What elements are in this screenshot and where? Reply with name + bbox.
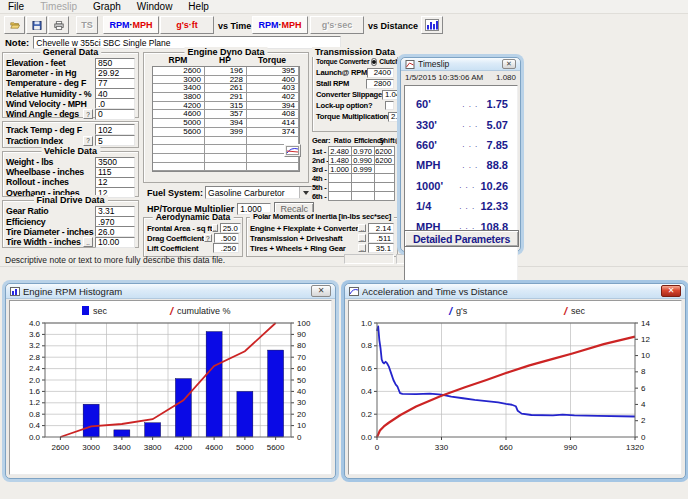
ts-label: MPH — [416, 159, 454, 171]
help-button[interactable]: ? — [204, 234, 212, 242]
fuel-system-value: Gasoline Carburetor — [206, 187, 299, 198]
svg-text:70: 70 — [297, 353, 306, 362]
svg-text:2600: 2600 — [51, 443, 69, 452]
dyno-cell[interactable]: 374 — [247, 128, 299, 137]
dyno-cell[interactable]: 394 — [247, 102, 299, 111]
dyno-cell[interactable]: 4200 — [153, 102, 205, 111]
dyno-cell[interactable]: 291 — [205, 93, 247, 102]
launch-rpm-input[interactable]: 2400 — [367, 68, 394, 78]
histogram-graph-button[interactable] — [421, 16, 443, 34]
gear-ratio-cell[interactable] — [328, 191, 352, 201]
mini-chart-icon — [286, 146, 299, 155]
close-icon[interactable]: ✕ — [502, 59, 516, 69]
ellipsis-button[interactable]: .. — [83, 237, 93, 247]
dyno-cell[interactable] — [153, 154, 205, 163]
gs-sec-button[interactable]: g's·sec — [310, 16, 364, 34]
dyno-cell[interactable]: 5000 — [153, 119, 205, 128]
frontal-area-input[interactable]: 25.0 — [220, 223, 241, 233]
tire-diameter-input[interactable]: 26.0 — [95, 226, 135, 237]
dyno-cell[interactable]: 399 — [205, 128, 247, 137]
stall-rpm-input[interactable]: 2800 — [366, 79, 394, 89]
lockup-checkbox[interactable] — [385, 101, 394, 110]
dyno-cell[interactable]: 402 — [247, 93, 299, 102]
gear-shift-cell[interactable] — [374, 191, 395, 201]
drag-coefficient-input[interactable]: .500 — [214, 233, 239, 243]
dyno-cell[interactable]: 3400 — [153, 84, 205, 93]
dyno-cell[interactable] — [205, 163, 247, 172]
menu-file[interactable]: File — [0, 0, 32, 13]
transmission-inertia-input[interactable]: .511 — [368, 233, 394, 243]
engine-inertia-input[interactable]: 2.14 — [368, 223, 394, 233]
dyno-cell[interactable]: 196 — [205, 67, 247, 76]
rpm-mph-vs-time-button[interactable]: RPM·MPH — [103, 16, 159, 34]
menu-help[interactable]: Help — [180, 0, 217, 13]
efficiency-input[interactable]: .970 — [95, 216, 135, 227]
gear-ratio-input[interactable]: 3.31 — [95, 206, 135, 217]
tires-inertia-input[interactable]: 35.1 — [368, 243, 394, 253]
close-icon[interactable]: ✕ — [661, 285, 681, 297]
help-button[interactable]: ? — [83, 136, 93, 146]
dyno-cell[interactable]: 228 — [205, 76, 247, 85]
timeslip-titlebar[interactable]: Timeslip ✕ — [401, 58, 520, 71]
gs-ft-button[interactable]: g's·ft — [160, 16, 214, 34]
dyno-cell[interactable]: 2600 — [153, 67, 205, 76]
dyno-cell[interactable] — [247, 163, 299, 172]
dyno-cell[interactable]: 357 — [205, 110, 247, 119]
dyno-cell[interactable] — [205, 145, 247, 154]
lift-coefficient-input[interactable]: .250 — [213, 243, 239, 253]
svg-text:0.4: 0.4 — [361, 387, 373, 396]
svg-text:40: 40 — [297, 387, 306, 396]
close-icon[interactable]: ✕ — [311, 285, 331, 297]
gear-eff-cell[interactable] — [351, 191, 375, 201]
dyno-cell[interactable] — [205, 154, 247, 163]
timeslip-window: Timeslip ✕ 1/5/2015 10:35:06 AM 1.080 60… — [400, 57, 521, 252]
accel-titlebar[interactable]: Acceleration and Time vs Distance ✕ — [345, 284, 685, 299]
gs-ft-label: g's·ft — [176, 20, 198, 30]
print-button[interactable] — [48, 16, 69, 34]
menu-window[interactable]: Window — [129, 0, 181, 13]
dyno-cell[interactable]: 5600 — [153, 128, 205, 137]
tire-width-input[interactable]: 10.00 — [95, 237, 135, 248]
ts-button[interactable]: TS — [76, 16, 98, 34]
dyno-cell[interactable]: 403 — [247, 84, 299, 93]
svg-text:12: 12 — [641, 335, 650, 344]
svg-text:4.0: 4.0 — [29, 319, 41, 328]
dyno-graph-button[interactable] — [284, 144, 301, 157]
ellipsis-button[interactable]: .. — [358, 234, 366, 242]
detailed-parameters-button[interactable]: Detailed Parameters — [404, 230, 519, 247]
chevron-down-icon[interactable] — [299, 187, 311, 198]
wind-angle-input[interactable]: 0 — [95, 109, 135, 120]
ellipsis-button[interactable]: .. — [358, 244, 366, 252]
dyno-cell[interactable]: 3800 — [153, 93, 205, 102]
dyno-cell[interactable] — [153, 137, 205, 146]
dyno-cell[interactable] — [205, 137, 247, 146]
dyno-cell[interactable]: 395 — [247, 67, 299, 76]
ellipsis-button[interactable]: .. — [358, 224, 366, 232]
traction-index-input[interactable]: 5 — [95, 135, 135, 146]
open-file-button[interactable] — [4, 16, 25, 34]
dyno-cell[interactable]: 4600 — [153, 110, 205, 119]
save-button[interactable] — [26, 16, 47, 34]
help-button[interactable]: ? — [83, 109, 93, 119]
fuel-system-label: Fuel System: — [147, 188, 203, 198]
histogram-titlebar[interactable]: Engine RPM Histogram ✕ — [6, 284, 335, 299]
dyno-cell[interactable] — [153, 145, 205, 154]
ellipsis-button[interactable]: .. — [212, 224, 218, 232]
track-temp-input[interactable]: 102 — [95, 124, 135, 135]
svg-text:4: 4 — [641, 400, 646, 409]
timeslip-row: 660'. . .7.85 — [405, 135, 517, 155]
dyno-cell[interactable]: 315 — [205, 102, 247, 111]
dyno-cell[interactable]: 261 — [205, 84, 247, 93]
rpm-mph-vs-distance-button[interactable]: RPM·MPH — [252, 16, 308, 34]
torque-converter-radio[interactable] — [371, 58, 377, 66]
dyno-cell[interactable]: 414 — [247, 119, 299, 128]
dyno-cell[interactable]: 3000 — [153, 76, 205, 85]
dyno-cell[interactable]: 400 — [247, 76, 299, 85]
dyno-cell[interactable] — [153, 163, 205, 172]
legend-label: cumulative % — [177, 306, 231, 316]
dyno-cell[interactable]: 408 — [247, 110, 299, 119]
svg-text:2.8: 2.8 — [29, 353, 41, 362]
menu-graph[interactable]: Graph — [85, 0, 129, 13]
dyno-cell[interactable]: 394 — [205, 119, 247, 128]
fuel-system-select[interactable]: Gasoline Carburetor — [205, 186, 312, 199]
